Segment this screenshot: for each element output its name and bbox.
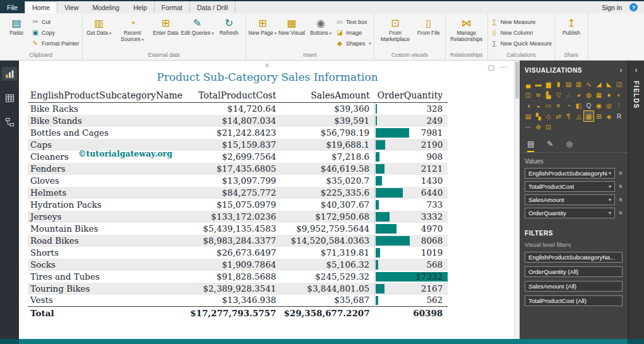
multi-row-card-icon[interactable]: ≡ — [554, 100, 563, 110]
enter-data-button[interactable]: ⊞Enter Data — [152, 15, 180, 37]
sign-in-button[interactable]: Sign in — [602, 4, 622, 11]
fields-pane-collapsed[interactable]: ‹ FIELDS — [628, 61, 644, 339]
more-visuals-icon[interactable]: ⋯ — [523, 122, 533, 132]
format-pane-tab[interactable]: ✎ — [547, 139, 553, 152]
more-options-icon[interactable]: ⋯ — [500, 63, 507, 71]
area-chart-icon[interactable]: ◢ — [594, 79, 604, 89]
cut-button[interactable]: ✂Cut — [32, 17, 80, 27]
remove-field-icon[interactable]: × — [617, 170, 624, 177]
collapse-pane-icon[interactable]: › — [619, 66, 623, 74]
new-column-button[interactable]: ▯New Column — [491, 28, 552, 37]
report-canvas[interactable]: ≡ ▢ ⋯ Product Sub-Category Sales Informa… — [19, 61, 520, 339]
field-pill-orderquantity[interactable]: OrderQuantity▾ — [525, 208, 615, 218]
column-header-englishproductsubcategoryname[interactable]: EnglishProductSubcategoryName — [28, 88, 188, 103]
import-visual-icon[interactable]: ⊕ — [534, 122, 543, 132]
gauge-icon[interactable]: ◒ — [534, 100, 543, 110]
scrollbar-thumb[interactable] — [515, 62, 519, 98]
tab-file[interactable]: File — [0, 1, 25, 13]
focus-mode-icon[interactable]: ▢ — [488, 63, 494, 71]
refresh-button[interactable]: ↻Refresh — [215, 15, 243, 37]
waterfall-chart-icon[interactable]: ▙ — [544, 90, 553, 100]
remove-field-icon[interactable]: × — [617, 183, 624, 190]
smart-narrative-icon[interactable]: ¶ — [564, 111, 573, 121]
filter-pill-orderquantity-all[interactable]: OrderQuantity (All) — [525, 266, 623, 277]
tab-format[interactable]: Format — [154, 1, 189, 13]
100-stacked-column-chart-icon[interactable]: ▥ — [574, 79, 583, 89]
line-and-clustered-column-chart-icon[interactable]: ◫ — [523, 90, 533, 100]
filter-pill-englishproductsubcategoryna[interactable]: EnglishProductSubcategoryNa... — [525, 252, 623, 263]
data-view-icon[interactable] — [2, 91, 17, 105]
tab-view[interactable]: View — [57, 1, 86, 13]
get-data-button[interactable]: ▥Get Data▾ — [85, 15, 113, 37]
key-influencers-icon[interactable]: ◎ — [604, 100, 614, 110]
new-visual-button[interactable]: ▦New Visual — [278, 15, 306, 37]
column-header-totalproductcost[interactable]: TotalProductCost — [188, 88, 281, 103]
new-measure-button[interactable]: ∑New Measure — [491, 17, 552, 27]
pie-chart-icon[interactable]: ◕ — [574, 90, 583, 100]
shape-map-icon[interactable]: ◑ — [523, 100, 533, 110]
line-chart-icon[interactable]: ∿ — [584, 79, 593, 89]
column-header-orderquantity[interactable]: OrderQuantity — [375, 88, 448, 103]
treemap-icon[interactable]: ▦ — [594, 90, 604, 100]
stacked-column-chart-icon[interactable]: ▆ — [544, 79, 553, 89]
new-page-button[interactable]: ⊞New Page▾ — [249, 15, 277, 37]
copy-button[interactable]: ▣Copy — [32, 28, 80, 37]
expand-fields-icon[interactable]: ‹ — [635, 66, 638, 74]
power-apps-icon[interactable]: ◇ — [544, 111, 553, 121]
table-visual[interactable]: ≡ ▢ ⋯ Product Sub-Category Sales Informa… — [25, 63, 510, 334]
manage-relationships-button[interactable]: ⋈Manage Relationships — [448, 15, 485, 43]
decomposition-tree-icon[interactable]: ⋮ — [614, 100, 624, 110]
field-pill-salesamount[interactable]: SalesAmount▾ — [525, 194, 615, 205]
clustered-bar-chart-icon[interactable]: ▬ — [534, 79, 543, 89]
scatter-chart-icon[interactable]: ∴ — [564, 90, 573, 100]
kpi-icon[interactable]: ◔ — [564, 100, 573, 110]
slicer-icon[interactable]: ◧ — [574, 100, 583, 110]
matrix-icon[interactable]: ⊞ — [594, 111, 604, 121]
python-visual-icon[interactable]: ▚ — [534, 111, 543, 121]
format-painter-button[interactable]: ✎Format Painter — [32, 39, 80, 48]
new-quick-measure-button[interactable]: ∑New Quick Measure — [491, 39, 552, 48]
r-script-visual-icon[interactable]: R — [614, 111, 624, 121]
paginated-report-icon[interactable]: ▤ — [523, 111, 533, 121]
q-and-a-visual-icon[interactable]: Q — [584, 100, 593, 110]
100-stacked-bar-chart-icon[interactable]: ▤ — [564, 79, 573, 89]
table-icon[interactable]: ▦ — [584, 111, 593, 121]
report-view-icon[interactable] — [2, 67, 17, 81]
model-view-icon[interactable] — [2, 115, 17, 129]
analytics-pane-tab[interactable]: ◎ — [566, 139, 572, 152]
recent-sources-button[interactable]: ◔Recent Sources▾ — [114, 15, 151, 43]
stacked-bar-chart-icon[interactable]: ▄ — [523, 79, 533, 89]
shapes-button[interactable]: ◆Shapes▾ — [336, 39, 371, 48]
ribbon-chart-icon[interactable]: ≋ — [534, 90, 543, 100]
from-marketplace-button[interactable]: ⊡From Marketplace — [377, 15, 414, 43]
map-icon[interactable]: ● — [604, 90, 614, 100]
remove-field-icon[interactable]: × — [617, 210, 624, 216]
text-box-button[interactable]: ▭Text box — [336, 17, 371, 27]
tab-help[interactable]: Help — [126, 1, 154, 13]
filter-pill-salesamount-all[interactable]: SalesAmount (All) — [525, 281, 623, 292]
field-pill-englishproductsubcategoryna[interactable]: EnglishProductSubcategoryNa▾ — [525, 168, 615, 179]
column-header-salesamount[interactable]: SalesAmount — [281, 88, 374, 103]
visual-drag-grip[interactable]: ≡ — [265, 61, 270, 69]
card-icon[interactable]: ▭ — [544, 100, 553, 110]
field-pill-totalproductcost[interactable]: TotalProductCost▾ — [525, 181, 615, 192]
image-button[interactable]: ◪Image — [336, 28, 371, 37]
edit-queries-button[interactable]: ✎Edit Queries▾ — [181, 15, 214, 37]
tab-modeling[interactable]: Modeling — [86, 1, 127, 13]
fields-pane-tab[interactable]: ▤ — [527, 139, 534, 152]
from-file-button[interactable]: ▯From File — [415, 15, 443, 37]
arcgis-map-icon[interactable]: ◉ — [594, 100, 604, 110]
tab-data-drill[interactable]: Data / Drill — [189, 1, 236, 13]
clustered-column-chart-icon[interactable]: ▮ — [554, 79, 563, 89]
publish-button[interactable]: ↥Publish — [558, 15, 585, 37]
power-automate-icon[interactable]: ⇄ — [554, 111, 563, 121]
donut-chart-icon[interactable]: ◍ — [584, 90, 593, 100]
buttons-button[interactable]: ◉Buttons▾ — [307, 15, 335, 37]
filter-pill-totalproductcost-all[interactable]: TotalProductCost (All) — [525, 295, 623, 306]
marketplace-visual-icon[interactable]: ⊡ — [544, 122, 553, 132]
paste-button[interactable]: ▤Paste — [3, 15, 30, 37]
filled-map-icon[interactable]: ◐ — [614, 90, 624, 100]
help-icon[interactable]: ? — [629, 3, 638, 11]
remove-field-icon[interactable]: × — [617, 196, 624, 203]
metrics-icon[interactable]: △ — [574, 111, 583, 121]
